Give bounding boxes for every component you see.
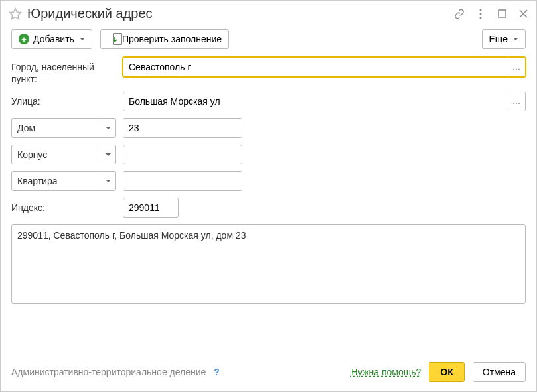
svg-point-2 xyxy=(480,13,482,15)
index-label: Индекс: xyxy=(11,198,116,214)
building-input[interactable] xyxy=(123,145,242,164)
index-row: Индекс: xyxy=(11,198,526,218)
svg-point-1 xyxy=(480,9,482,11)
city-lookup-button[interactable]: ... xyxy=(508,58,525,76)
svg-point-3 xyxy=(480,17,482,19)
address-dialog: Юридический адрес + Добавить xyxy=(0,0,537,392)
index-input[interactable] xyxy=(123,198,179,217)
house-row: Дом ... xyxy=(11,118,526,138)
building-row: Корпус xyxy=(11,145,526,164)
flat-type-value: Квартира xyxy=(12,172,100,190)
titlebar: Юридический адрес xyxy=(1,1,536,24)
toolbar: + Добавить Проверить заполнение Еще xyxy=(1,24,536,57)
more-button[interactable]: Еще xyxy=(482,29,526,49)
full-address-textarea[interactable] xyxy=(11,224,526,304)
check-fill-label: Проверить заполнение xyxy=(122,33,222,45)
kebab-menu-icon[interactable] xyxy=(475,9,486,19)
flat-field-group xyxy=(123,171,242,191)
flat-row: Квартира xyxy=(11,171,526,191)
check-fill-button[interactable]: Проверить заполнение xyxy=(100,29,229,49)
street-label: Улица: xyxy=(11,92,116,107)
building-type-dropdown-button[interactable] xyxy=(100,145,115,164)
house-type-dropdown-button[interactable] xyxy=(100,119,115,137)
svg-marker-0 xyxy=(10,8,21,19)
svg-rect-4 xyxy=(499,10,506,17)
address-form: Город, населенный пункт: ... Улица: ... … xyxy=(1,57,536,304)
city-label: Город, населенный пункт: xyxy=(11,57,116,85)
add-button[interactable]: + Добавить xyxy=(11,29,92,49)
house-input[interactable] xyxy=(123,119,242,137)
chevron-down-icon xyxy=(106,180,111,182)
street-field-group: ... xyxy=(123,92,526,111)
cancel-label: Отмена xyxy=(483,366,516,378)
chevron-down-icon xyxy=(106,127,111,129)
ok-button[interactable]: ОК xyxy=(429,362,464,382)
flat-type-dropdown-button[interactable] xyxy=(100,172,115,190)
plus-icon: + xyxy=(19,34,29,44)
flat-input[interactable] xyxy=(123,172,242,190)
favorite-star-icon[interactable] xyxy=(9,7,22,21)
city-row: Город, населенный пункт: ... xyxy=(11,57,526,85)
street-input[interactable] xyxy=(123,92,508,111)
city-input[interactable] xyxy=(123,58,508,76)
street-row: Улица: ... xyxy=(11,92,526,111)
link-icon[interactable] xyxy=(454,9,465,19)
window-controls xyxy=(454,9,528,19)
building-type-value: Корпус xyxy=(12,145,100,164)
street-lookup-button[interactable]: ... xyxy=(508,92,525,111)
maximize-icon[interactable] xyxy=(497,9,507,19)
document-check-icon xyxy=(108,33,118,45)
flat-type-select[interactable]: Квартира xyxy=(11,171,116,191)
need-help-link[interactable]: Нужна помощь? xyxy=(351,367,421,377)
chevron-down-icon xyxy=(513,38,518,40)
house-type-select[interactable]: Дом xyxy=(11,118,116,138)
house-type-value: Дом xyxy=(12,119,100,137)
ok-label: ОК xyxy=(440,366,453,378)
cancel-button[interactable]: Отмена xyxy=(473,362,526,382)
chevron-down-icon xyxy=(106,153,111,156)
add-button-label: Добавить xyxy=(33,33,74,45)
footer: Административно-территориальное деление … xyxy=(1,354,536,391)
index-field-group xyxy=(123,198,179,218)
help-icon[interactable]: ? xyxy=(214,367,220,377)
window-title: Юридический адрес xyxy=(27,6,449,21)
city-field-group: ... xyxy=(123,57,526,77)
more-button-label: Еще xyxy=(489,33,508,45)
close-icon[interactable] xyxy=(518,9,528,19)
full-address-row xyxy=(11,224,526,304)
building-type-select[interactable]: Корпус xyxy=(11,145,116,164)
chevron-down-icon xyxy=(80,38,85,40)
building-field-group xyxy=(123,145,242,164)
house-field-group: ... xyxy=(123,118,242,138)
admin-division-link[interactable]: Административно-территориальное деление xyxy=(11,367,206,377)
